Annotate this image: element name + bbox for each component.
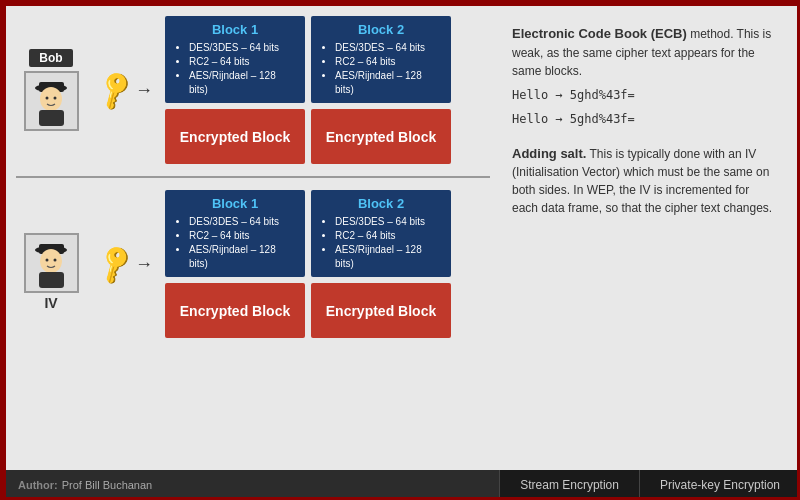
left-panel: Bob xyxy=(16,16,490,460)
salt-block2-title: Block 2 xyxy=(319,196,443,211)
nav-tabs: Stream Encryption Private-key Encryption xyxy=(499,470,800,500)
person-icon xyxy=(24,71,79,131)
salt-block2-specs: DES/3DES – 64 bits RC2 – 64 bits AES/Rij… xyxy=(319,215,443,271)
spec-item: AES/Rijndael – 128 bits) xyxy=(189,69,297,97)
ecb-title: Electronic Code Book (ECB) xyxy=(512,26,687,41)
salt-description: Adding salt. This is typically done with… xyxy=(512,144,778,218)
spec-item: AES/Rijndael – 128 bits) xyxy=(189,243,297,271)
salt-block1-title: Block 1 xyxy=(173,196,297,211)
bottom-bar: Author: Prof Bill Buchanan Stream Encryp… xyxy=(6,470,800,500)
ecb-block1-specs: DES/3DES – 64 bits RC2 – 64 bits AES/Rij… xyxy=(173,41,297,97)
ecb-formula-2: Hello → 5ghd%43f= xyxy=(512,110,778,128)
spec-item: DES/3DES – 64 bits xyxy=(335,215,443,229)
tab-stream-encryption[interactable]: Stream Encryption xyxy=(499,470,639,500)
ecb-top-blocks: Block 1 DES/3DES – 64 bits RC2 – 64 bits… xyxy=(165,16,451,103)
svg-point-5 xyxy=(53,96,56,99)
svg-point-2 xyxy=(40,87,62,111)
spec-item: AES/Rijndael – 128 bits) xyxy=(335,69,443,97)
right-panel: Electronic Code Book (ECB) method. This … xyxy=(500,16,790,460)
sections-container: Bob xyxy=(16,16,490,460)
svg-point-8 xyxy=(40,249,62,273)
ecb-encrypted-block-2: Encrypted Block xyxy=(311,109,451,164)
author-section: Author: Prof Bill Buchanan xyxy=(6,470,499,500)
spec-item: RC2 – 64 bits xyxy=(335,55,443,69)
salt-block1-specs: DES/3DES – 64 bits RC2 – 64 bits AES/Rij… xyxy=(173,215,297,271)
ecb-description: Electronic Code Book (ECB) method. This … xyxy=(512,24,778,128)
ecb-block2-specs: DES/3DES – 64 bits RC2 – 64 bits AES/Rij… xyxy=(319,41,443,97)
main-container: Bob xyxy=(3,3,800,500)
spec-item: RC2 – 64 bits xyxy=(335,229,443,243)
key-icon-1: 🔑 xyxy=(92,67,139,113)
salt-encrypted-block-2: Encrypted Block xyxy=(311,283,451,338)
salt-block2: Block 2 DES/3DES – 64 bits RC2 – 64 bits… xyxy=(311,190,451,277)
spec-item: RC2 – 64 bits xyxy=(189,229,297,243)
salt-blocks-group: Block 1 DES/3DES – 64 bits RC2 – 64 bits… xyxy=(165,190,451,338)
salt-section: IV 🔑 → Block 1 DES/3DES – 64 xyxy=(16,190,490,338)
arrow-1: → xyxy=(135,80,153,101)
ecb-encrypted-blocks: Encrypted Block Encrypted Block xyxy=(165,109,451,164)
ecb-block1-title: Block 1 xyxy=(173,22,297,37)
person-label: Bob xyxy=(29,49,72,67)
ecb-section: Bob xyxy=(16,16,490,164)
svg-point-10 xyxy=(45,258,48,261)
tab-private-key-encryption[interactable]: Private-key Encryption xyxy=(639,470,800,500)
author-name: Prof Bill Buchanan xyxy=(62,479,153,491)
ecb-formula-1: Hello → 5ghd%43f= xyxy=(512,86,778,104)
svg-rect-3 xyxy=(39,110,64,126)
spec-item: AES/Rijndael – 128 bits) xyxy=(335,243,443,271)
salt-top-blocks: Block 1 DES/3DES – 64 bits RC2 – 64 bits… xyxy=(165,190,451,277)
salt-encrypted-block-1: Encrypted Block xyxy=(165,283,305,338)
svg-point-11 xyxy=(53,258,56,261)
spec-item: RC2 – 64 bits xyxy=(189,55,297,69)
salt-person-icon xyxy=(24,233,79,293)
salt-block1: Block 1 DES/3DES – 64 bits RC2 – 64 bits… xyxy=(165,190,305,277)
ecb-blocks-group: Block 1 DES/3DES – 64 bits RC2 – 64 bits… xyxy=(165,16,451,164)
separator xyxy=(16,176,490,178)
ecb-encrypted-block-1: Encrypted Block xyxy=(165,109,305,164)
ecb-block2-title: Block 2 xyxy=(319,22,443,37)
ecb-block2: Block 2 DES/3DES – 64 bits RC2 – 64 bits… xyxy=(311,16,451,103)
salt-encrypted-blocks: Encrypted Block Encrypted Block xyxy=(165,283,451,338)
key-arrow-group-2: 🔑 → xyxy=(94,248,157,281)
author-label: Author: xyxy=(18,479,58,491)
salt-person-box: IV xyxy=(16,217,86,311)
svg-point-4 xyxy=(45,96,48,99)
iv-label: IV xyxy=(44,295,57,311)
spec-item: DES/3DES – 64 bits xyxy=(335,41,443,55)
key-arrow-group-1: 🔑 → xyxy=(94,74,157,107)
ecb-block1: Block 1 DES/3DES – 64 bits RC2 – 64 bits… xyxy=(165,16,305,103)
salt-title: Adding salt. xyxy=(512,146,586,161)
spec-item: DES/3DES – 64 bits xyxy=(189,41,297,55)
arrow-2: → xyxy=(135,254,153,275)
content-area: Bob xyxy=(6,6,800,470)
spec-item: DES/3DES – 64 bits xyxy=(189,215,297,229)
svg-rect-9 xyxy=(39,272,64,288)
person-box: Bob xyxy=(16,49,86,131)
key-icon-2: 🔑 xyxy=(92,241,139,287)
